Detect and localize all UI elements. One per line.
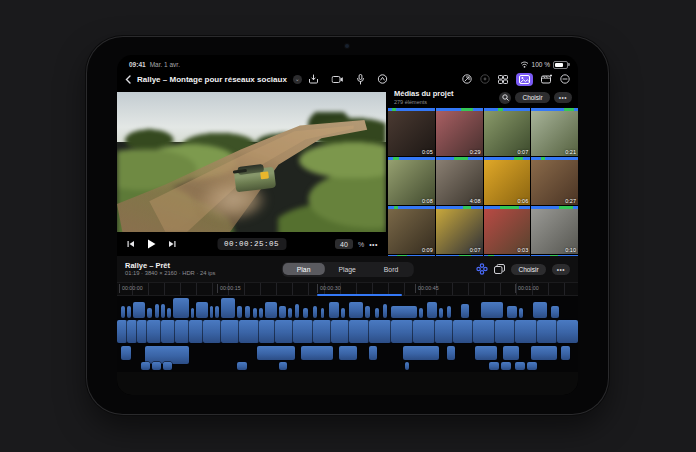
timeline-clip[interactable] xyxy=(391,320,413,343)
pencil-circle-icon[interactable] xyxy=(377,74,387,84)
timeline-clip[interactable] xyxy=(519,308,523,318)
timeline-clip[interactable] xyxy=(215,306,219,318)
mic-icon[interactable] xyxy=(356,74,364,85)
timeline-clip[interactable] xyxy=(405,362,409,370)
clapper-add-icon[interactable] xyxy=(541,74,552,84)
timeline-clip[interactable] xyxy=(475,346,497,360)
timeline-clip[interactable] xyxy=(507,306,517,318)
timeline-clip[interactable] xyxy=(365,306,370,318)
timeline-clip[interactable] xyxy=(435,320,453,343)
timeline-clip[interactable] xyxy=(237,362,247,370)
timeline-clip[interactable] xyxy=(293,320,313,343)
timeline-clip[interactable] xyxy=(127,320,137,343)
timeline-clip[interactable] xyxy=(127,306,131,318)
timeline-clip[interactable] xyxy=(403,346,439,360)
timeline-clip[interactable] xyxy=(453,320,473,343)
timeline-clip[interactable] xyxy=(481,302,503,318)
timeline-clip[interactable] xyxy=(288,308,292,318)
media-thumbnail[interactable]: 0:29 xyxy=(436,108,483,156)
timeline-clip[interactable] xyxy=(239,320,259,343)
timeline-clip[interactable] xyxy=(221,320,239,343)
timeline-clip[interactable] xyxy=(515,320,537,343)
timeline-clip[interactable] xyxy=(551,306,559,318)
search-icon[interactable] xyxy=(499,92,511,104)
timeline-clip[interactable] xyxy=(557,320,578,343)
timeline-clip[interactable] xyxy=(313,306,317,318)
media-thumbnail[interactable]: 0:06 xyxy=(484,157,531,205)
timeline-clip[interactable] xyxy=(369,320,391,343)
timeline-clip[interactable] xyxy=(191,308,194,318)
timeline-clip[interactable] xyxy=(141,362,150,370)
media-thumbnail[interactable]: 0:05 xyxy=(388,108,435,156)
media-thumbnail[interactable]: 0:21 xyxy=(531,108,578,156)
media-thumbnail[interactable]: 0:03 xyxy=(484,206,531,254)
tab-plage[interactable]: Plage xyxy=(324,263,369,275)
media-thumbnail[interactable]: 0:08 xyxy=(388,157,435,205)
media-thumbnail[interactable]: 0:09 xyxy=(388,206,435,254)
timeline-clip[interactable] xyxy=(161,320,175,343)
timeline-clip[interactable] xyxy=(147,320,161,343)
timeline-clip[interactable] xyxy=(295,304,299,318)
timeline-clip[interactable] xyxy=(447,306,451,318)
timeline-clip[interactable] xyxy=(369,346,377,360)
timeline-clip[interactable] xyxy=(349,320,369,343)
timeline-clip[interactable] xyxy=(495,320,515,343)
timeline-clip[interactable] xyxy=(419,308,423,318)
timeline-clip[interactable] xyxy=(133,302,145,318)
timeline-clip[interactable] xyxy=(301,346,333,360)
timeline-clip[interactable] xyxy=(279,306,286,318)
timeline-clip[interactable] xyxy=(489,362,499,370)
duplicate-icon[interactable] xyxy=(494,264,505,274)
timeline-clip[interactable] xyxy=(561,346,570,360)
timeline-clip[interactable] xyxy=(189,320,203,343)
minus-circle-icon[interactable] xyxy=(560,74,570,84)
timeline-clip[interactable] xyxy=(533,302,547,318)
media-thumbnail[interactable]: 0:10 xyxy=(531,206,578,254)
timeline-clip[interactable] xyxy=(473,320,495,343)
media-choose-button[interactable]: Choisir xyxy=(515,92,549,103)
timeline-clip[interactable] xyxy=(137,320,147,343)
timeline-clip[interactable] xyxy=(275,320,293,343)
timeline-clip[interactable] xyxy=(152,362,161,370)
timeline-clip[interactable] xyxy=(259,320,275,343)
timeline-clip[interactable] xyxy=(265,302,277,318)
timeline-clip[interactable] xyxy=(196,302,208,318)
timeline-clip[interactable] xyxy=(117,320,127,343)
media-thumbnail[interactable]: 0:07 xyxy=(484,108,531,156)
import-tray-icon[interactable] xyxy=(308,74,318,84)
timeline-clip[interactable] xyxy=(147,308,152,318)
timeline-clip[interactable] xyxy=(321,308,324,318)
play-icon[interactable] xyxy=(147,239,156,249)
timeline-clip[interactable] xyxy=(427,302,437,318)
timeline-clip[interactable] xyxy=(313,320,331,343)
tab-plan[interactable]: Plan xyxy=(283,263,325,275)
timeline-clip[interactable] xyxy=(331,320,349,343)
timeline-clip[interactable] xyxy=(461,304,469,318)
timeline-clip[interactable] xyxy=(413,320,435,343)
timeline-clip[interactable] xyxy=(155,304,159,318)
playhead[interactable] xyxy=(117,372,578,395)
timeline-clip[interactable] xyxy=(503,346,519,360)
timeline-clip[interactable] xyxy=(391,306,417,318)
timeline-clip[interactable] xyxy=(383,304,387,318)
timeline-clip[interactable] xyxy=(221,298,235,318)
timeline-clip[interactable] xyxy=(237,306,242,318)
multicam-grid-icon[interactable] xyxy=(498,75,508,84)
timeline-clip[interactable] xyxy=(253,308,257,318)
send-circle-icon[interactable] xyxy=(462,74,472,84)
timeline-clip[interactable] xyxy=(303,308,308,318)
project-menu-chevron-icon[interactable]: ⌄ xyxy=(293,75,302,84)
timeline-clip[interactable] xyxy=(121,306,125,318)
timeline-clip[interactable] xyxy=(161,304,165,318)
timeline-clip[interactable] xyxy=(329,302,339,318)
timeline-tracks[interactable] xyxy=(117,296,578,372)
media-browser-icon[interactable] xyxy=(516,73,533,86)
timeline-clip[interactable] xyxy=(339,346,357,360)
media-thumbnail[interactable]: 0:27 xyxy=(531,157,578,205)
timeline-clip[interactable] xyxy=(175,320,189,343)
timeline-choose-button[interactable]: Choisir xyxy=(511,264,545,275)
timeline-clip[interactable] xyxy=(210,306,213,318)
media-more-button[interactable]: ••• xyxy=(554,92,572,103)
timeline-clip[interactable] xyxy=(501,362,511,370)
timeline-ruler[interactable]: 00:00:0000:00:1500:00:3000:00:4500:01:00 xyxy=(117,282,578,296)
